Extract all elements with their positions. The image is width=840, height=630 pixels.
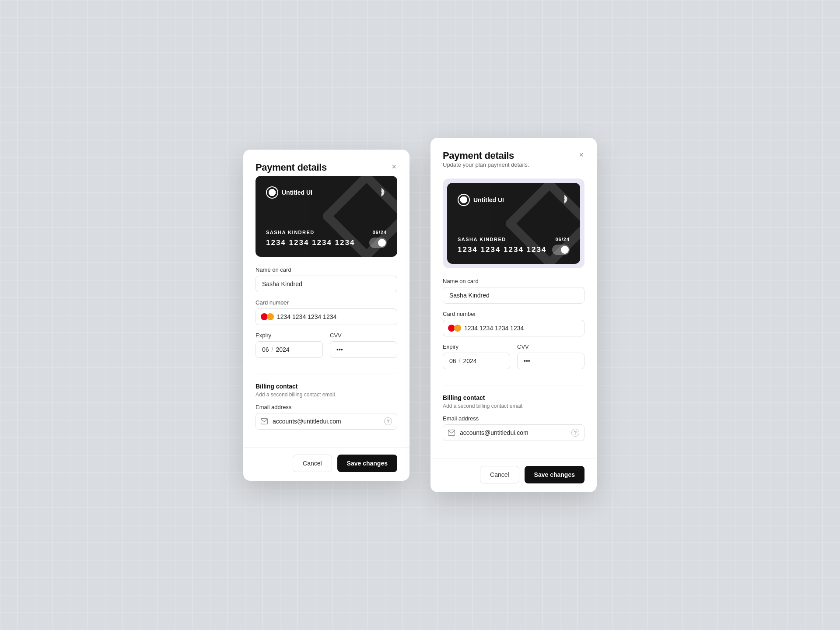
close-icon-2: × xyxy=(579,151,584,159)
close-icon: × xyxy=(392,163,396,171)
email-label-2: Email address xyxy=(443,415,584,422)
email-input-wrap-2: ? xyxy=(443,424,584,441)
modal-2-close-button[interactable]: × xyxy=(578,150,584,160)
card-wrapper-2: Untitled UI SASHA KINDRED 06/24 xyxy=(443,178,584,268)
form-group-cvv-2: CVV xyxy=(517,343,584,369)
expiry-year-2: 2024 xyxy=(463,357,476,364)
payment-modal-1: Payment details × Un xyxy=(243,150,410,481)
brand-logo-icon-2 xyxy=(458,194,470,206)
modal-2-footer: Cancel Save changes xyxy=(430,458,597,492)
card-number-display-1: 1234 1234 1234 1234 xyxy=(266,238,355,247)
expiry-month-2: 06 xyxy=(449,357,456,364)
email-icon-1 xyxy=(261,418,268,424)
cvv-input-1[interactable] xyxy=(330,341,397,358)
card-number-label-2: Card number xyxy=(443,311,584,317)
email-icon-2 xyxy=(448,430,455,436)
card-holder-2: SASHA KINDRED xyxy=(458,237,506,242)
billing-desc-1: Add a second billing contact email. xyxy=(256,392,397,398)
modal-1-title: Payment details xyxy=(256,162,327,173)
form-group-expiry-2: Expiry 06 / 2024 xyxy=(443,343,510,369)
billing-section-1: Billing contact Add a second billing con… xyxy=(256,383,397,398)
billing-section-2: Billing contact Add a second billing con… xyxy=(443,394,584,409)
mastercard-icon-1 xyxy=(261,312,274,321)
form-group-name-1: Name on card xyxy=(256,266,397,292)
name-input-2[interactable] xyxy=(443,287,584,304)
modal-1-close-button[interactable]: × xyxy=(391,162,397,172)
email-label-1: Email address xyxy=(256,404,397,410)
email-input-1[interactable] xyxy=(256,413,397,430)
card-expiry-2: 06/24 xyxy=(555,237,570,242)
nfc-icon-2 xyxy=(556,194,571,206)
form-group-expiry-1: Expiry 06 / 2024 xyxy=(256,332,323,358)
expiry-cvv-row-2: Expiry 06 / 2024 CVV xyxy=(443,343,584,376)
card-toggle-2[interactable] xyxy=(552,245,570,255)
expiry-cvv-row-1: Expiry 06 / 2024 CVV xyxy=(256,332,397,365)
help-icon-1: ? xyxy=(384,417,392,425)
modal-1-footer: Cancel Save changes xyxy=(243,447,410,481)
billing-title-1: Billing contact xyxy=(256,383,397,390)
card-wrapper-1: Untitled UI SASHA KINDRED 06/24 xyxy=(256,176,397,257)
name-label-1: Name on card xyxy=(256,266,397,273)
cancel-button-2[interactable]: Cancel xyxy=(480,466,519,483)
form-group-email-1: Email address ? xyxy=(256,404,397,430)
svg-rect-1 xyxy=(261,418,268,424)
modal-2-title: Payment details xyxy=(443,150,529,161)
cvv-input-2[interactable] xyxy=(517,353,584,369)
cvv-label-1: CVV xyxy=(330,332,397,339)
expiry-label-2: Expiry xyxy=(443,343,510,350)
form-group-card-1: Card number xyxy=(256,299,397,325)
card-brand-2: Untitled UI xyxy=(458,194,504,206)
mastercard-icon-2 xyxy=(448,324,461,332)
billing-title-2: Billing contact xyxy=(443,394,584,401)
form-group-card-2: Card number xyxy=(443,311,584,336)
card-expiry-1: 06/24 xyxy=(372,230,387,235)
credit-card-2: Untitled UI SASHA KINDRED 06/24 xyxy=(447,183,580,264)
divider-1 xyxy=(256,374,397,374)
expiry-month-1: 06 xyxy=(262,346,269,353)
form-group-cvv-1: CVV xyxy=(330,332,397,358)
divider-2 xyxy=(443,385,584,385)
card-number-input-wrap-1 xyxy=(256,308,397,325)
card-number-label-1: Card number xyxy=(256,299,397,306)
card-number-input-wrap-2 xyxy=(443,320,584,336)
modal-2-subtitle: Update your plan payment details. xyxy=(443,161,529,168)
payment-modal-2: Payment details Update your plan payment… xyxy=(430,138,597,492)
form-group-name-2: Name on card xyxy=(443,278,584,304)
card-number-input-1[interactable] xyxy=(256,308,397,325)
cvv-label-2: CVV xyxy=(517,343,584,350)
name-input-1[interactable] xyxy=(256,276,397,292)
email-input-2[interactable] xyxy=(443,424,584,441)
nfc-icon-1 xyxy=(374,186,388,199)
card-brand-1: Untitled UI xyxy=(266,186,312,199)
form-group-email-2: Email address ? xyxy=(443,415,584,441)
svg-rect-3 xyxy=(448,430,455,436)
name-label-2: Name on card xyxy=(443,278,584,284)
credit-card-1: Untitled UI SASHA KINDRED 06/24 xyxy=(256,176,397,257)
save-changes-button-1[interactable]: Save changes xyxy=(337,455,397,472)
help-icon-2: ? xyxy=(571,429,579,437)
brand-logo-icon-1 xyxy=(266,186,278,199)
billing-desc-2: Add a second billing contact email. xyxy=(443,403,584,409)
card-number-display-2: 1234 1234 1234 1234 xyxy=(458,245,546,254)
cancel-button-1[interactable]: Cancel xyxy=(293,455,332,472)
save-changes-button-2[interactable]: Save changes xyxy=(525,466,584,483)
expiry-year-1: 2024 xyxy=(276,346,289,353)
email-input-wrap-1: ? xyxy=(256,413,397,430)
card-toggle-1[interactable] xyxy=(369,238,387,248)
card-number-input-2[interactable] xyxy=(443,320,584,336)
expiry-label-1: Expiry xyxy=(256,332,323,339)
card-holder-1: SASHA KINDRED xyxy=(266,230,315,235)
